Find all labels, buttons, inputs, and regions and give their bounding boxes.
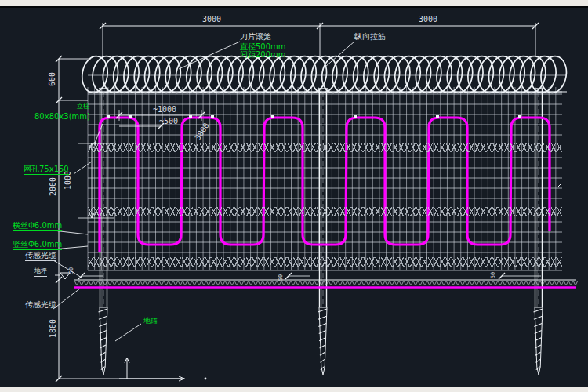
wire-clip xyxy=(354,115,357,118)
wire-clip xyxy=(271,115,274,118)
dim-fence-height: 2000 xyxy=(49,171,57,202)
drawing-linework xyxy=(0,0,588,392)
wire-clip xyxy=(518,115,521,118)
mesh-bend-band-2 xyxy=(88,207,562,216)
ground-anchor-label: 地锚 xyxy=(143,317,158,325)
dim-ground-offset-a: 50 xyxy=(67,262,75,279)
mesh-bend-band-1 xyxy=(88,143,562,152)
dim-top-span-2: 3000 xyxy=(397,16,459,24)
dim-coil-height: 600 xyxy=(49,64,56,95)
top-white-strip xyxy=(0,0,588,6)
wire-clip xyxy=(211,115,214,118)
dim-anchor-depth: 1800 xyxy=(49,313,57,344)
razor-coil-label: 刀片滚笼 xyxy=(240,32,271,42)
top-divider-line xyxy=(0,6,588,8)
dim-ground-offset-c: 50 xyxy=(489,267,497,284)
wire-clip xyxy=(129,115,132,118)
razor-coil-pitch-label: 间距200mm xyxy=(240,50,286,59)
mesh-opening-label: 网孔75x150 xyxy=(24,165,69,175)
wire-clip xyxy=(107,115,110,118)
dim-wave-pitch: ~1000 xyxy=(145,106,184,114)
ground-level-label: 地坪 xyxy=(34,267,47,277)
vertical-wire-label: 竖丝Φ6.0mm xyxy=(13,240,62,250)
dim-ground-offset-b: 50 xyxy=(277,269,285,286)
wire-clip xyxy=(189,115,192,118)
sensor-cable-upper-label: 传感光缆 xyxy=(25,251,56,261)
mesh-bend-band-3 xyxy=(88,257,562,267)
dim-top-span-1: 3000 xyxy=(180,16,243,24)
post-title-label: 立柱 xyxy=(77,102,89,111)
tie-wire-label: 纵向拉筋 xyxy=(354,32,386,42)
dim-wave-half-pitch: ~500 xyxy=(151,118,187,125)
horizontal-wire-label: 横丝Φ6.0mm xyxy=(13,221,62,231)
sensor-cable-lower-label: 传感光缆 xyxy=(25,300,56,310)
post-spec-label: 80x80x3(mm) xyxy=(34,112,90,122)
cad-drawing-canvas: 3000 3000 600 2000 1000 1800 ~1000 ~500 … xyxy=(0,0,588,392)
wire-clip xyxy=(436,115,439,118)
bottom-white-strip xyxy=(0,387,588,392)
